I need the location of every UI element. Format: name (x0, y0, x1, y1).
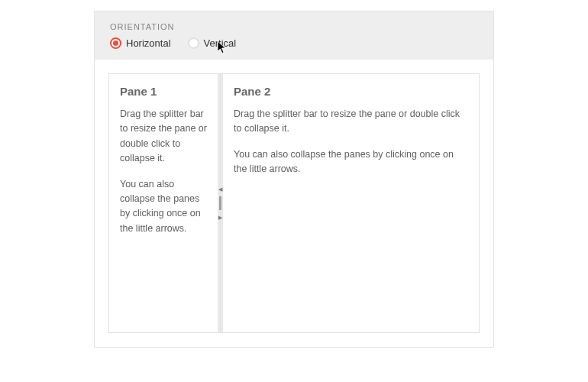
radio-circle-icon (188, 37, 199, 49)
collapse-right-icon[interactable]: ▶ (218, 215, 222, 220)
splitter: Pane 1 Drag the splitter bar to resize t… (108, 73, 480, 333)
pane-1-text-1: Drag the splitter bar to resize the pane… (120, 107, 207, 167)
splitter-bar[interactable]: ◀ ▶ (218, 74, 223, 332)
splitter-container: Pane 1 Drag the splitter bar to resize t… (95, 60, 493, 347)
pane-2-text-1: Drag the splitter bar to resize the pane… (234, 107, 468, 137)
orientation-radio-group: Horizontal Vertical (110, 37, 478, 49)
pane-2-title: Pane 2 (234, 85, 468, 98)
radio-horizontal[interactable]: Horizontal (110, 37, 171, 49)
radio-horizontal-label: Horizontal (126, 37, 171, 49)
radio-vertical-label: Vertical (204, 37, 237, 49)
grip-icon (219, 196, 221, 210)
collapse-left-icon[interactable]: ◀ (218, 186, 222, 192)
pane-2-text-2: You can also collapse the panes by click… (234, 147, 468, 177)
radio-dot-icon (113, 40, 118, 46)
config-panel: ORIENTATION Horizontal Vertical (95, 11, 493, 60)
radio-vertical[interactable]: Vertical (188, 37, 237, 49)
pane-2: Pane 2 Drag the splitter bar to resize t… (223, 74, 479, 332)
pane-1: Pane 1 Drag the splitter bar to resize t… (109, 74, 218, 332)
pane-1-title: Pane 1 (120, 85, 207, 98)
orientation-label: ORIENTATION (110, 22, 478, 31)
demo-container: ORIENTATION Horizontal Vertical Pane 1 D… (94, 11, 494, 348)
pane-1-text-2: You can also collapse the panes by click… (120, 177, 207, 237)
radio-circle-icon (110, 37, 121, 49)
